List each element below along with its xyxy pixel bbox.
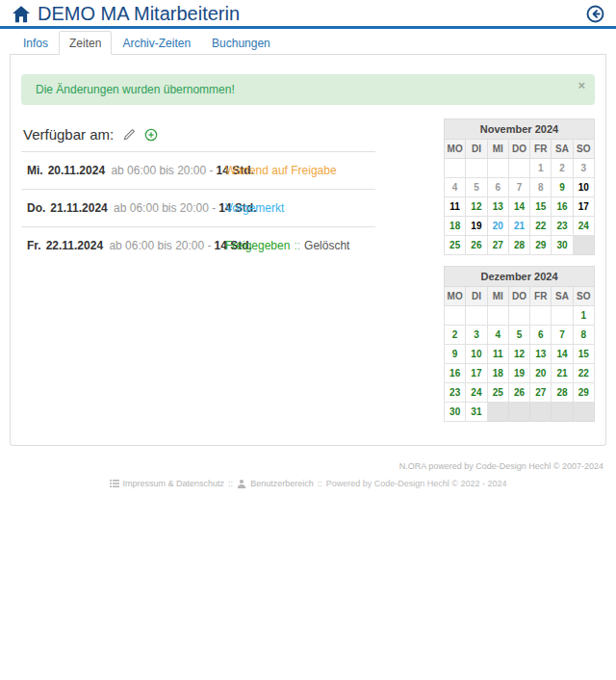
calendar-column: November 2024MODIMIDOFRSASO1234567891011… <box>444 118 595 432</box>
calendar-empty-cell <box>487 159 508 178</box>
list-icon <box>110 479 119 488</box>
circle-arrow-left-icon[interactable] <box>586 5 604 23</box>
calendar-day-header: SO <box>573 287 594 306</box>
calendar-day[interactable]: 4 <box>445 178 466 197</box>
link-benutzerbereich[interactable]: Benutzerbereich <box>250 479 314 488</box>
page-title: DEMO MA Mitarbeiterin <box>38 3 586 25</box>
tab-infos[interactable]: Infos <box>13 31 59 55</box>
availability-heading: Verfügbar am: <box>23 126 114 143</box>
calendar-day[interactable]: 29 <box>530 236 552 255</box>
person-icon <box>237 479 246 488</box>
footer-links: Impressum & Datenschutz :: Benutzerberei… <box>0 479 616 488</box>
calendar-day[interactable]: 17 <box>466 364 487 383</box>
calendar-day[interactable]: 9 <box>445 345 466 364</box>
calendar-empty-cell <box>530 403 552 422</box>
calendar-day[interactable]: 25 <box>487 383 508 403</box>
calendar-day[interactable]: 20 <box>487 217 508 236</box>
calendar-day[interactable]: 18 <box>445 217 466 236</box>
calendar-day[interactable]: 24 <box>573 217 594 236</box>
calendar-day[interactable]: 28 <box>508 236 529 255</box>
calendar-day[interactable]: 6 <box>487 178 508 197</box>
calendar-day[interactable]: 30 <box>445 403 466 422</box>
entry-date: 22.11.2024 <box>46 239 103 252</box>
calendar-day[interactable]: 14 <box>508 197 529 217</box>
calendar-empty-cell <box>508 159 529 178</box>
calendar-day[interactable]: 5 <box>508 326 529 345</box>
calendar-day[interactable]: 29 <box>573 383 594 403</box>
calendar-day[interactable]: 26 <box>466 236 487 255</box>
footer-powered: Powered by Code-Design Hechl © 2022 - 20… <box>326 479 507 488</box>
calendar-day[interactable]: 22 <box>530 217 552 236</box>
calendar-day[interactable]: 4 <box>487 326 508 345</box>
calendar-empty-cell <box>466 159 487 178</box>
calendar-day[interactable]: 5 <box>466 178 487 197</box>
footer-separator: :: <box>318 479 322 488</box>
calendar-day[interactable]: 18 <box>487 364 508 383</box>
calendar-day[interactable]: 24 <box>466 383 487 403</box>
calendar-day[interactable]: 13 <box>530 345 552 364</box>
calendar-day[interactable]: 17 <box>573 197 594 217</box>
calendar-empty-cell <box>445 159 466 178</box>
calendar-day[interactable]: 1 <box>530 159 552 178</box>
home-icon[interactable] <box>12 5 31 24</box>
calendar-day[interactable]: 26 <box>508 383 529 403</box>
calendar-day-header: DO <box>508 140 529 159</box>
calendar-day[interactable]: 3 <box>466 326 487 345</box>
calendar-day[interactable]: 7 <box>508 178 529 197</box>
calendar-day[interactable]: 19 <box>466 217 487 236</box>
calendar-day[interactable]: 8 <box>530 178 552 197</box>
close-icon[interactable]: × <box>578 79 585 92</box>
calendar-day[interactable]: 28 <box>552 383 573 403</box>
calendar-day[interactable]: 11 <box>445 197 466 217</box>
plus-circle-icon[interactable] <box>144 128 158 142</box>
tab-zeiten[interactable]: Zeiten <box>59 31 112 55</box>
calendar-day[interactable]: 13 <box>487 197 508 217</box>
calendar-day[interactable]: 10 <box>466 345 487 364</box>
calendar-day[interactable]: 6 <box>530 326 552 345</box>
calendar-day[interactable]: 23 <box>445 383 466 403</box>
calendar-day[interactable]: 2 <box>445 326 466 345</box>
calendar-day[interactable]: 9 <box>552 178 573 197</box>
calendar-day[interactable]: 21 <box>508 217 529 236</box>
entry-day: Fr. <box>27 239 41 252</box>
calendar-day[interactable]: 25 <box>445 236 466 255</box>
calendar-day[interactable]: 16 <box>445 364 466 383</box>
calendar-day[interactable]: 3 <box>573 159 594 178</box>
success-alert: Die Änderungen wurden übernommen! × <box>21 74 595 105</box>
calendar-day[interactable]: 30 <box>552 236 573 255</box>
status-badge: Freigegeben <box>225 239 290 252</box>
calendar-day[interactable]: 7 <box>552 326 573 345</box>
calendar-day-header: DI <box>466 140 487 159</box>
calendar-day[interactable]: 15 <box>530 197 552 217</box>
calendar-day[interactable]: 12 <box>508 345 529 364</box>
entry-time-range: ab 06:00 bis 20:00 - <box>114 201 216 215</box>
calendar-day[interactable]: 8 <box>573 326 594 345</box>
calendar-day[interactable]: 31 <box>466 403 487 422</box>
pencil-icon[interactable] <box>122 128 136 142</box>
app-header: DEMO MA Mitarbeiterin <box>0 0 616 29</box>
status-deleted-label: Gelöscht <box>304 239 349 252</box>
calendar-day[interactable]: 2 <box>552 159 573 178</box>
calendar-day[interactable]: 16 <box>552 197 573 217</box>
calendar-day[interactable]: 11 <box>487 345 508 364</box>
calendar-day-header: MI <box>487 140 508 159</box>
entry-date: 20.11.2024 <box>48 164 105 177</box>
calendar-day[interactable]: 15 <box>573 345 594 364</box>
tab-archiv-zeiten[interactable]: Archiv-Zeiten <box>112 31 201 55</box>
tab-buchungen[interactable]: Buchungen <box>201 31 281 55</box>
calendar-empty-cell <box>487 306 508 326</box>
calendar-day[interactable]: 1 <box>573 306 594 326</box>
calendar-day[interactable]: 14 <box>552 345 573 364</box>
calendar-day[interactable]: 19 <box>508 364 529 383</box>
calendar-empty-cell <box>508 403 529 422</box>
link-impressum[interactable]: Impressum & Datenschutz <box>123 479 225 488</box>
calendar-day[interactable]: 27 <box>530 383 552 403</box>
calendar-day-header: FR <box>530 287 552 306</box>
calendar-day[interactable]: 12 <box>466 197 487 217</box>
calendar-day[interactable]: 23 <box>552 217 573 236</box>
calendar-day[interactable]: 20 <box>530 364 552 383</box>
calendar-day[interactable]: 22 <box>573 364 594 383</box>
calendar-day[interactable]: 21 <box>552 364 573 383</box>
calendar-day[interactable]: 10 <box>573 178 594 197</box>
calendar-day[interactable]: 27 <box>487 236 508 255</box>
